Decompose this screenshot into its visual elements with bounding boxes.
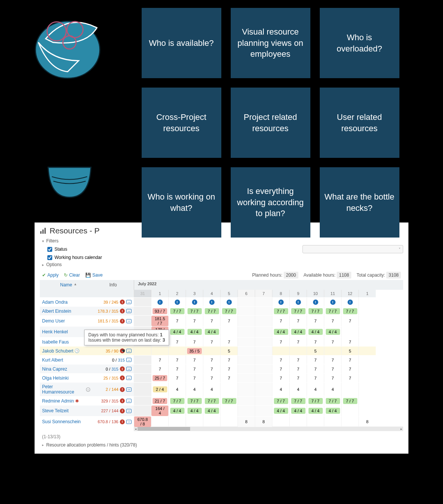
day-cell[interactable]: [237, 338, 255, 346]
day-cell[interactable]: 7: [341, 338, 358, 346]
day-cell[interactable]: 7: [220, 338, 237, 346]
overload-warning-icon[interactable]: !: [120, 366, 125, 371]
day-cell[interactable]: 4 / 4: [168, 327, 186, 337]
day-cell[interactable]: 7: [272, 338, 289, 346]
vcard-icon[interactable]: ▭: [126, 349, 132, 353]
day-cell[interactable]: 7: [289, 374, 307, 382]
day-cell[interactable]: 8: [358, 416, 376, 427]
day-cell[interactable]: [134, 347, 151, 355]
vcard-icon[interactable]: ▭: [126, 367, 132, 371]
overload-warning-icon[interactable]: !: [120, 387, 125, 392]
day-cell[interactable]: 7: [151, 356, 168, 364]
vcard-icon[interactable]: ▭: [126, 399, 132, 403]
day-cell[interactable]: !: [341, 298, 358, 306]
day-cell[interactable]: [255, 356, 272, 364]
day-cell[interactable]: 7 / 7: [220, 307, 237, 315]
vcard-icon[interactable]: ▭: [126, 420, 132, 424]
overload-warning-icon[interactable]: !: [120, 409, 125, 413]
day-cell[interactable]: 7: [272, 374, 289, 382]
day-cell[interactable]: 4: [168, 383, 186, 396]
day-cell[interactable]: 7: [168, 316, 186, 326]
card-project-resources[interactable]: Project related resources: [231, 88, 310, 158]
day-cell[interactable]: 7: [341, 374, 358, 382]
day-cell[interactable]: 7: [220, 374, 237, 382]
day-cell[interactable]: 7: [289, 356, 307, 364]
hints-section-header[interactable]: ▸ Resource allocation problems / hints (…: [42, 442, 401, 448]
day-cell[interactable]: 93 / 7: [151, 307, 168, 315]
day-cell[interactable]: [237, 397, 255, 405]
day-cell[interactable]: [358, 383, 376, 396]
day-cell[interactable]: !: [307, 298, 324, 306]
card-who-overloaded[interactable]: Who is overloaded?: [320, 8, 399, 78]
day-cell[interactable]: [341, 406, 358, 416]
card-user-resources[interactable]: User related resources: [320, 88, 399, 158]
day-cell[interactable]: [134, 298, 151, 306]
day-cell[interactable]: 2 / 4: [151, 383, 168, 396]
day-cell[interactable]: [255, 327, 272, 337]
day-cell[interactable]: [324, 347, 341, 355]
day-cell[interactable]: [134, 406, 151, 416]
day-cell[interactable]: [358, 298, 376, 306]
day-cell[interactable]: 7: [341, 365, 358, 373]
day-cell[interactable]: [134, 316, 151, 326]
day-cell[interactable]: [255, 338, 272, 346]
day-cell[interactable]: [255, 374, 272, 382]
apply-button[interactable]: ✔Apply: [42, 272, 59, 278]
day-cell[interactable]: 7: [324, 365, 341, 373]
user-name-link[interactable]: Susi Sonnenschein: [40, 416, 92, 427]
day-cell[interactable]: [237, 298, 255, 306]
day-cell[interactable]: [341, 327, 358, 337]
day-cell[interactable]: 7: [220, 316, 237, 326]
day-cell[interactable]: [237, 316, 255, 326]
day-cell[interactable]: 4 / 4: [307, 406, 324, 416]
day-cell[interactable]: 4: [307, 383, 324, 396]
user-name-link[interactable]: Redmine Admin✱: [40, 397, 92, 405]
day-cell[interactable]: 7 / 7: [341, 397, 358, 405]
day-cell[interactable]: 7: [324, 374, 341, 382]
day-cell[interactable]: 4 / 4: [168, 406, 186, 416]
day-cell[interactable]: 7: [289, 316, 307, 326]
user-name-link[interactable]: Olga Helsinki: [40, 374, 92, 382]
day-cell[interactable]: [358, 365, 376, 373]
day-cell[interactable]: 181.5 / 7: [151, 316, 168, 326]
day-cell[interactable]: 7 / 7: [272, 397, 289, 405]
user-name-link[interactable]: Kurt Albert: [40, 356, 92, 364]
day-cell[interactable]: 7 / 7: [341, 307, 358, 315]
day-cell[interactable]: !: [272, 298, 289, 306]
day-cell[interactable]: 4 / 4: [186, 406, 203, 416]
day-cell[interactable]: 7: [203, 356, 220, 364]
day-cell[interactable]: 8: [237, 416, 255, 427]
day-cell[interactable]: [134, 383, 151, 396]
day-cell[interactable]: 7 / 7: [186, 307, 203, 315]
day-cell[interactable]: [168, 347, 186, 355]
user-name-link[interactable]: Peter Humanresource☺: [40, 383, 92, 396]
card-bottlenecks[interactable]: What are the bottle necks?: [320, 167, 399, 238]
day-cell[interactable]: [255, 365, 272, 373]
overload-warning-icon[interactable]: !: [120, 419, 125, 424]
day-cell[interactable]: !: [168, 298, 186, 306]
day-cell[interactable]: 4 / 4: [289, 406, 307, 416]
day-cell[interactable]: [289, 416, 307, 427]
day-cell[interactable]: [237, 356, 255, 364]
vcard-icon[interactable]: ▭: [126, 387, 132, 392]
day-cell[interactable]: 7: [272, 356, 289, 364]
day-cell[interactable]: 7 / 7: [203, 397, 220, 405]
day-cell[interactable]: 21 / 7: [151, 397, 168, 405]
day-cell[interactable]: 7 / 7: [324, 397, 341, 405]
day-cell[interactable]: [255, 316, 272, 326]
day-cell[interactable]: 7: [220, 356, 237, 364]
day-cell[interactable]: 7: [289, 338, 307, 346]
day-cell[interactable]: 4: [289, 383, 307, 396]
day-cell[interactable]: [307, 416, 324, 427]
day-cell[interactable]: [358, 356, 376, 364]
day-cell[interactable]: 670.8 / 8: [134, 416, 151, 427]
clear-button[interactable]: ↻Clear: [64, 272, 80, 278]
day-cell[interactable]: 7: [272, 365, 289, 373]
options-section-header[interactable]: ▸ Options: [42, 262, 403, 267]
day-cell[interactable]: 7: [168, 356, 186, 364]
day-cell[interactable]: [220, 416, 237, 427]
day-cell[interactable]: [358, 338, 376, 346]
vcard-icon[interactable]: ▭: [126, 376, 132, 380]
day-cell[interactable]: 7: [307, 374, 324, 382]
day-cell[interactable]: [237, 374, 255, 382]
